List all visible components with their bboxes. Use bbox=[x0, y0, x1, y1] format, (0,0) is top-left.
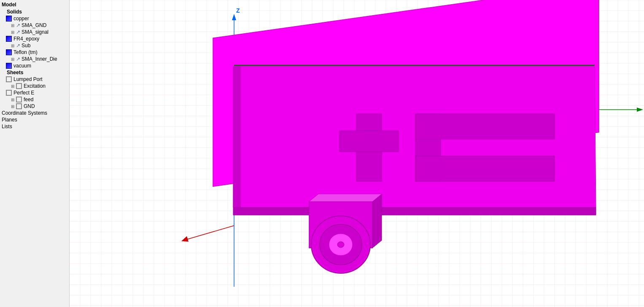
sheets-group[interactable]: Sheets bbox=[0, 69, 69, 76]
model-tree[interactable]: Model Solids copper ⊞ ↗ SMA_GND ⊞ ↗ SMA_… bbox=[0, 0, 70, 307]
sma-center-dot bbox=[337, 242, 344, 248]
expand-icon-sma-inner: ⊞ bbox=[11, 57, 15, 62]
planes-group[interactable]: Planes bbox=[0, 116, 69, 123]
expand-icon-sub: ⊞ bbox=[11, 43, 15, 48]
board-left-edge bbox=[233, 67, 240, 207]
planes-label: Planes bbox=[2, 117, 17, 123]
model-svg: Z bbox=[70, 0, 644, 307]
sub-link-icon: ↗ bbox=[16, 43, 20, 48]
board-bottom-edge-face bbox=[233, 207, 596, 215]
feed-box bbox=[16, 97, 22, 102]
red-axis-arrow bbox=[181, 236, 189, 242]
teflon-color bbox=[6, 49, 12, 55]
expand-icon-sma-gnd: ⊞ bbox=[11, 23, 15, 28]
fr4-label: FR4_epoxy bbox=[13, 36, 39, 42]
3d-viewport[interactable]: Z bbox=[70, 0, 644, 307]
z-axis-arrow bbox=[232, 14, 236, 20]
excitation-label: Excitation bbox=[24, 83, 46, 89]
vacuum-color bbox=[6, 63, 12, 69]
sma-box-right bbox=[372, 194, 382, 248]
gnd-item[interactable]: ⊞ GND bbox=[0, 103, 69, 110]
slot-horizontal bbox=[340, 131, 399, 152]
lumped-port-item[interactable]: Lumped Port bbox=[0, 76, 69, 83]
expand-icon-excitation: ⊞ bbox=[11, 84, 15, 89]
lumped-port-label: Lumped Port bbox=[13, 76, 43, 82]
sma-signal-link-icon: ↗ bbox=[16, 29, 20, 35]
gnd-box bbox=[16, 103, 22, 109]
x-axis-arrow bbox=[637, 108, 643, 112]
z-axis-label: Z bbox=[236, 7, 240, 14]
excitation-box bbox=[16, 83, 22, 89]
feed-label: feed bbox=[24, 97, 33, 102]
slot-top-right bbox=[415, 114, 555, 139]
fr4-epoxy-item[interactable]: FR4_epoxy bbox=[0, 35, 69, 42]
perfect-e-label: Perfect E bbox=[13, 90, 34, 96]
lists-group[interactable]: Lists bbox=[0, 123, 69, 130]
expand-icon-sma-signal: ⊞ bbox=[11, 30, 15, 35]
model-header: Model bbox=[0, 1, 69, 8]
sma-signal-label: SMA_signal bbox=[22, 29, 49, 35]
sma-inner-link-icon: ↗ bbox=[16, 56, 20, 62]
sma-box-top bbox=[309, 194, 382, 202]
expand-icon-feed: ⊞ bbox=[11, 97, 15, 102]
perfect-e-box bbox=[6, 90, 12, 96]
perfect-e-item[interactable]: Perfect E bbox=[0, 89, 69, 96]
sub-item[interactable]: ⊞ ↗ Sub bbox=[0, 42, 69, 49]
lumped-port-box bbox=[6, 76, 12, 82]
sma-gnd-link-icon: ↗ bbox=[16, 22, 20, 28]
vacuum-item[interactable]: vacuum bbox=[0, 62, 69, 69]
solids-group[interactable]: Solids bbox=[0, 8, 69, 15]
fr4-color bbox=[6, 36, 12, 42]
slot-bottom-right bbox=[415, 156, 555, 181]
lists-label: Lists bbox=[2, 124, 12, 129]
teflon-item[interactable]: Teflon (tm) bbox=[0, 49, 69, 56]
copper-item[interactable]: copper bbox=[0, 15, 69, 22]
gnd-label: GND bbox=[24, 103, 35, 109]
sma-inner-item[interactable]: ⊞ ↗ SMA_Inner_Die bbox=[0, 56, 69, 62]
teflon-label: Teflon (tm) bbox=[13, 49, 38, 55]
copper-label: copper bbox=[13, 16, 29, 22]
sheets-label: Sheets bbox=[7, 70, 23, 75]
feed-item[interactable]: ⊞ feed bbox=[0, 96, 69, 103]
sma-signal-item[interactable]: ⊞ ↗ SMA_signal bbox=[0, 29, 69, 35]
red-axis bbox=[183, 226, 234, 240]
excitation-item[interactable]: ⊞ Excitation bbox=[0, 83, 69, 89]
coord-systems-group[interactable]: Coordinate Systems bbox=[0, 110, 69, 116]
vacuum-label: vacuum bbox=[13, 63, 31, 69]
sma-inner-label: SMA_Inner_Die bbox=[22, 56, 57, 62]
coord-systems-label: Coordinate Systems bbox=[2, 110, 47, 116]
sma-gnd-label: SMA_GND bbox=[22, 22, 46, 28]
copper-color bbox=[6, 16, 12, 22]
sma-gnd-item[interactable]: ⊞ ↗ SMA_GND bbox=[0, 22, 69, 29]
sub-label: Sub bbox=[22, 43, 30, 48]
expand-icon-gnd: ⊞ bbox=[11, 104, 15, 109]
solids-label: Solids bbox=[7, 9, 22, 15]
